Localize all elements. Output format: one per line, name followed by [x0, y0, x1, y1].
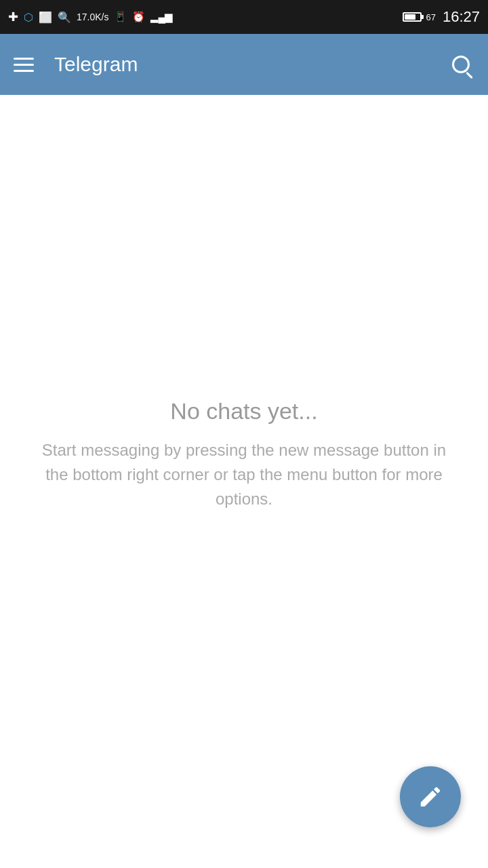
hamburger-line-1	[14, 58, 34, 60]
status-bar: ✚ ⬡ ⬜ 🔍 17.0K/s 📱 ⏰ ▂▄▆ 67 16:27	[0, 0, 488, 34]
app-title: Telegram	[54, 53, 138, 76]
signal-icon: ▂▄▆	[150, 11, 172, 23]
status-bar-right: 67 16:27	[403, 8, 480, 26]
main-content: No chats yet... Start messaging by press…	[0, 95, 488, 868]
status-bar-left: ✚ ⬡ ⬜ 🔍 17.0K/s 📱 ⏰ ▂▄▆	[8, 9, 172, 24]
empty-state: No chats yet... Start messaging by press…	[0, 398, 488, 511]
time-display: 16:27	[443, 8, 480, 26]
hamburger-line-3	[14, 70, 34, 72]
hamburger-line-2	[14, 64, 34, 66]
battery-percent: 67	[426, 12, 435, 22]
new-message-fab[interactable]	[400, 766, 461, 827]
search-icon	[452, 56, 470, 73]
add-icon: ✚	[8, 9, 18, 24]
battery-indicator	[403, 12, 422, 22]
image-icon: ⬜	[39, 11, 52, 24]
shield-icon: ⬡	[24, 11, 33, 24]
app-bar-left: Telegram	[14, 53, 138, 76]
pencil-icon	[418, 784, 443, 810]
alarm-icon: ⏰	[132, 11, 145, 23]
menu-button[interactable]	[14, 58, 34, 72]
search-status-icon: 🔍	[58, 11, 71, 24]
app-bar: Telegram	[0, 34, 488, 95]
search-button[interactable]	[447, 51, 474, 78]
empty-subtitle: Start messaging by pressing the new mess…	[41, 438, 447, 511]
speed-text: 17.0K/s	[77, 12, 108, 22]
phone-icon: 📱	[114, 11, 127, 23]
empty-title: No chats yet...	[170, 398, 317, 425]
